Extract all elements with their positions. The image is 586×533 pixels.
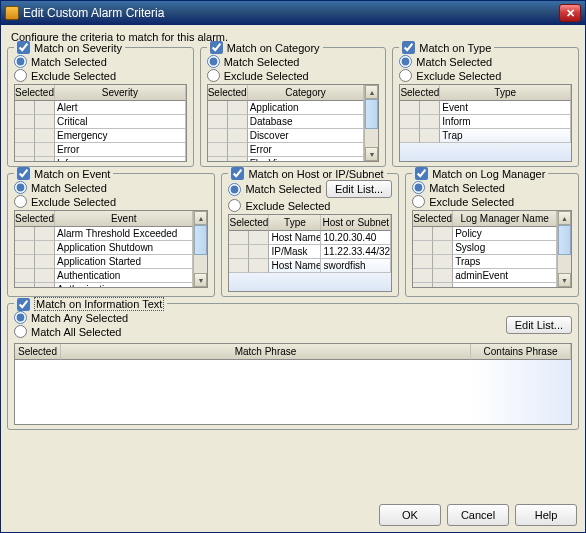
col-selected[interactable]: Selected — [15, 344, 61, 360]
check-log[interactable] — [415, 167, 428, 180]
col-type[interactable]: Type — [440, 85, 571, 101]
radio-log-exclude[interactable] — [412, 195, 425, 208]
cell[interactable]: Inform — [440, 115, 571, 129]
check-type[interactable] — [402, 41, 415, 54]
col-event[interactable]: Event — [55, 211, 193, 227]
cell[interactable]: Syslog — [453, 241, 557, 255]
scrollbar[interactable]: ▲ ▼ — [364, 85, 378, 161]
scroll-thumb[interactable] — [194, 225, 207, 255]
edit-list-button[interactable]: Edit List... — [506, 316, 572, 334]
radio-event-exclude[interactable] — [14, 195, 27, 208]
cell[interactable]: Info — [55, 157, 186, 161]
col-type[interactable]: Type — [269, 215, 321, 231]
legend-label: Match on Host or IP/Subnet — [248, 168, 383, 180]
cell[interactable]: Host Name — [269, 231, 321, 245]
col-selected[interactable]: Selected — [15, 85, 55, 101]
cell[interactable]: Authentication — [55, 269, 193, 283]
col-selected[interactable]: Selected — [413, 211, 453, 227]
scroll-down-icon[interactable]: ▼ — [365, 147, 378, 161]
cell[interactable]: Traps — [453, 255, 557, 269]
radio-host-exclude[interactable] — [228, 199, 241, 212]
grid-severity[interactable]: SelectedSeverity Alert Critical Emergenc… — [14, 84, 187, 162]
cell[interactable]: adminEvent — [453, 269, 557, 283]
radio-label: Match All Selected — [31, 326, 122, 338]
col-selected[interactable]: Selected — [400, 85, 440, 101]
cell[interactable]: IP/Mask — [269, 245, 321, 259]
cell[interactable]: FlexView — [248, 157, 365, 161]
cell[interactable]: Application Shutdown — [55, 241, 193, 255]
cell[interactable]: Emergency — [55, 129, 186, 143]
col-selected[interactable]: Selected — [15, 211, 55, 227]
legend-severity: Match on Severity — [14, 41, 125, 54]
radio-category-exclude[interactable] — [207, 69, 220, 82]
cell[interactable]: 10.20.30.40 — [321, 231, 391, 245]
cell[interactable]: Authorization — [55, 283, 193, 287]
check-severity[interactable] — [17, 41, 30, 54]
scroll-down-icon[interactable]: ▼ — [558, 273, 571, 287]
edit-list-button[interactable]: Edit List... — [326, 180, 392, 198]
radio-log-match[interactable] — [412, 181, 425, 194]
close-button[interactable]: ✕ — [559, 4, 581, 22]
radio-label: Match Selected — [31, 182, 107, 194]
cell[interactable]: Database — [248, 115, 365, 129]
help-button[interactable]: Help — [515, 504, 577, 526]
radio-info-any[interactable] — [14, 311, 27, 324]
legend-label: Match on Type — [419, 42, 491, 54]
scroll-up-icon[interactable]: ▲ — [194, 211, 207, 225]
grid-info[interactable]: Selected Match Phrase Contains Phrase — [14, 343, 572, 425]
col-category[interactable]: Category — [248, 85, 365, 101]
radio-type-match[interactable] — [399, 55, 412, 68]
scrollbar[interactable]: ▲ ▼ — [557, 211, 571, 287]
scroll-thumb[interactable] — [558, 225, 571, 255]
col-selected[interactable]: Selected — [208, 85, 248, 101]
check-info[interactable] — [17, 298, 30, 311]
col-host[interactable]: Host or Subnet — [321, 215, 391, 231]
cell[interactable]: Error — [55, 143, 186, 157]
col-log[interactable]: Log Manager Name — [453, 211, 557, 227]
legend-label: Match on Information Text — [34, 297, 164, 311]
cell[interactable]: Error — [248, 143, 365, 157]
legend-label: Match on Event — [34, 168, 110, 180]
col-severity[interactable]: Severity — [55, 85, 186, 101]
check-event[interactable] — [17, 167, 30, 180]
radio-host-match[interactable] — [228, 183, 241, 196]
cell[interactable]: Alarm Threshold Exceeded — [55, 227, 193, 241]
scroll-down-icon[interactable]: ▼ — [194, 273, 207, 287]
cell[interactable]: Policy — [453, 227, 557, 241]
radio-event-match[interactable] — [14, 181, 27, 194]
grid-event[interactable]: SelectedEvent Alarm Threshold Exceeded A… — [14, 210, 208, 288]
col-contains-phrase[interactable]: Contains Phrase — [471, 344, 571, 360]
scrollbar[interactable]: ▲ ▼ — [193, 211, 207, 287]
scroll-thumb[interactable] — [365, 99, 378, 129]
grid-category[interactable]: SelectedCategory Application Database Di… — [207, 84, 380, 162]
radio-type-exclude[interactable] — [399, 69, 412, 82]
col-match-phrase[interactable]: Match Phrase — [61, 344, 471, 360]
check-host[interactable] — [231, 167, 244, 180]
check-category[interactable] — [210, 41, 223, 54]
ok-button[interactable]: OK — [379, 504, 441, 526]
scroll-up-icon[interactable]: ▲ — [558, 211, 571, 225]
cell[interactable]: Discover — [248, 129, 365, 143]
radio-info-all[interactable] — [14, 325, 27, 338]
cell[interactable]: Host Name — [269, 259, 321, 273]
grid-log[interactable]: SelectedLog Manager Name Policy Syslog T… — [412, 210, 572, 288]
col-selected[interactable]: Selected — [229, 215, 269, 231]
cell[interactable]: Trap — [440, 129, 571, 143]
grid-type[interactable]: SelectedType Event Inform Trap — [399, 84, 572, 162]
cell[interactable]: Application Started — [55, 255, 193, 269]
legend-info: Match on Information Text — [14, 297, 167, 311]
scroll-up-icon[interactable]: ▲ — [365, 85, 378, 99]
radio-severity-exclude[interactable] — [14, 69, 27, 82]
cell[interactable]: Critical — [55, 115, 186, 129]
radio-category-match[interactable] — [207, 55, 220, 68]
cell[interactable]: Alert — [55, 101, 186, 115]
cell[interactable]: Application — [248, 101, 365, 115]
cell[interactable]: Event — [440, 101, 571, 115]
cell[interactable]: swordfish — [321, 259, 391, 273]
cancel-button[interactable]: Cancel — [447, 504, 509, 526]
radio-severity-match[interactable] — [14, 55, 27, 68]
radio-label: Match Selected — [429, 182, 505, 194]
cell[interactable]: asm — [453, 283, 557, 287]
grid-host[interactable]: Selected Type Host or Subnet Host Name10… — [228, 214, 392, 292]
cell[interactable]: 11.22.33.44/32 — [321, 245, 391, 259]
